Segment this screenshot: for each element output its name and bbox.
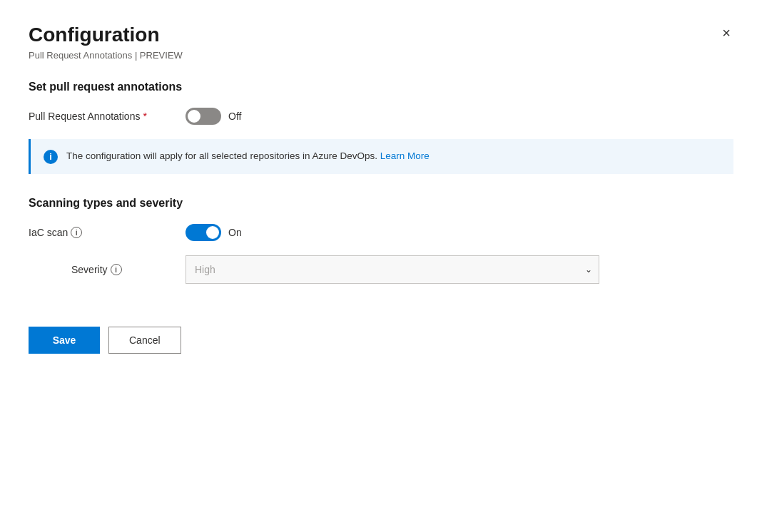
close-icon: × — [722, 26, 731, 40]
severity-row: Severity i High Critical Medium Low ⌄ — [29, 255, 733, 284]
dialog-footer: Save Cancel — [29, 327, 733, 354]
pull-request-toggle-label: Off — [228, 111, 241, 122]
iac-toggle-track — [186, 224, 221, 241]
info-icon: i — [44, 150, 58, 164]
configuration-dialog: Configuration Pull Request Annotations |… — [0, 0, 762, 532]
required-indicator: * — [143, 111, 146, 122]
pull-request-annotations-row: Pull Request Annotations * Off — [29, 108, 733, 125]
iac-toggle-thumb — [206, 226, 219, 239]
pull-request-toggle-wrapper: Off — [186, 108, 241, 125]
toggle-thumb — [188, 110, 200, 123]
iac-scan-toggle[interactable] — [186, 224, 221, 241]
severity-select[interactable]: High Critical Medium Low — [186, 255, 599, 284]
severity-select-wrapper: High Critical Medium Low ⌄ — [186, 255, 599, 284]
cancel-button[interactable]: Cancel — [108, 327, 181, 354]
iac-scan-toggle-wrapper: On — [186, 224, 242, 241]
severity-info-icon[interactable]: i — [111, 264, 122, 275]
close-button[interactable]: × — [719, 23, 733, 43]
save-button[interactable]: Save — [29, 327, 100, 354]
info-banner: i The configuration will apply for all s… — [29, 139, 733, 174]
severity-label: Severity i — [29, 264, 186, 275]
section1-title: Set pull request annotations — [29, 81, 733, 93]
dialog-title: Configuration — [29, 23, 183, 47]
dialog-header: Configuration Pull Request Annotations |… — [29, 23, 733, 61]
toggle-track — [186, 108, 221, 125]
iac-scan-info-icon[interactable]: i — [71, 227, 82, 238]
info-banner-text: The configuration will apply for all sel… — [66, 149, 430, 163]
section2-title: Scanning types and severity — [29, 197, 733, 210]
learn-more-link[interactable]: Learn More — [380, 150, 430, 161]
header-text: Configuration Pull Request Annotations |… — [29, 23, 183, 61]
pull-request-annotations-label: Pull Request Annotations * — [29, 111, 186, 122]
dialog-subtitle: Pull Request Annotations | PREVIEW — [29, 50, 183, 61]
iac-scan-toggle-label: On — [228, 227, 242, 238]
iac-scan-label: IaC scan i — [29, 227, 186, 238]
iac-scan-row: IaC scan i On — [29, 224, 733, 241]
pull-request-toggle[interactable] — [186, 108, 221, 125]
